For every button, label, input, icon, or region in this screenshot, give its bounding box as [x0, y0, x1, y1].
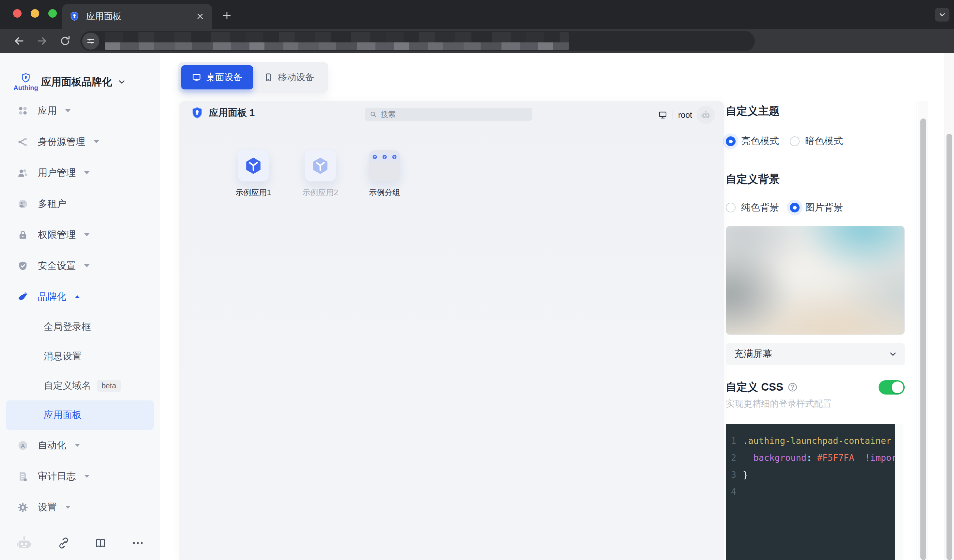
background-option-0[interactable]: 纯色背景 — [726, 201, 790, 214]
radio-checked-icon[interactable] — [790, 203, 800, 212]
branding-settings-panel: 自定义主题 亮色模式暗色模式 自定义背景 纯色背景图片背景 充满屏幕 自定义 C… — [726, 101, 905, 560]
window-scrollbar[interactable] — [945, 53, 954, 560]
tab-favicon-shield-icon — [69, 11, 80, 22]
tab-close-icon[interactable] — [195, 11, 205, 21]
window-scrollbar-thumb[interactable] — [946, 134, 952, 560]
css-code-editor[interactable]: 1.authing-launchpad-container {2 backgro… — [726, 424, 895, 560]
background-image-preview[interactable] — [726, 226, 905, 335]
search-input[interactable] — [380, 110, 528, 119]
robot-icon[interactable] — [16, 535, 33, 552]
radio-label: 暗色模式 — [805, 135, 843, 148]
authing-logo: Authing — [16, 72, 36, 92]
app-label: 示例应用1 — [235, 187, 271, 198]
chevron-down-icon — [938, 11, 946, 19]
sidebar-item-6[interactable]: 品牌化 — [0, 281, 160, 312]
sidebar-item-11[interactable]: A自动化 — [0, 430, 160, 461]
sidebar-subitem-10[interactable]: 应用面板 — [6, 400, 154, 430]
sidebar-item-13[interactable]: 设置 — [0, 492, 160, 523]
launchpad-search-box[interactable] — [365, 108, 532, 121]
app-item[interactable]: 示例应用2 — [298, 150, 343, 198]
sidebar-item-label: 自动化 — [38, 439, 66, 452]
chevron-down-icon — [84, 264, 89, 267]
logo-text: Authing — [13, 84, 38, 92]
radio-checked-icon[interactable] — [726, 137, 736, 146]
back-button[interactable] — [13, 35, 25, 47]
device-tab-label: 桌面设备 — [206, 71, 243, 84]
gear-icon — [17, 502, 29, 513]
line-number: 1 — [726, 432, 743, 450]
custom-css-subtitle: 实现更精细的登录样式配置 — [726, 398, 905, 409]
launchpad-apps: 示例应用1示例应用2示例分组 — [179, 150, 724, 202]
close-window-button[interactable] — [13, 9, 22, 18]
tune-icon[interactable] — [82, 33, 99, 50]
sidebar-item-label: 审计日志 — [38, 470, 76, 483]
chevron-down-icon — [75, 444, 80, 447]
code-line: 2 background: #F5F7FA !important; — [726, 450, 895, 466]
device-tab-1[interactable]: 移动设备 — [253, 65, 325, 89]
sidebar-item-label: 自定义域名 — [44, 379, 91, 392]
help-icon[interactable] — [787, 382, 798, 392]
browser-tab[interactable]: 应用面板 — [62, 4, 212, 29]
sidebar-item-4[interactable]: 权限管理 — [0, 219, 160, 250]
chevron-down-icon — [94, 140, 99, 143]
panel-scrollbar-thumb[interactable] — [920, 118, 926, 560]
chevron-down-icon — [117, 77, 126, 87]
sidebar-subitem-8[interactable]: 消息设置 — [6, 342, 154, 371]
theme-heading: 自定义主题 — [726, 104, 905, 118]
app-item[interactable]: 示例应用1 — [231, 150, 276, 198]
app-group-tile — [369, 150, 400, 182]
url-bar[interactable] — [80, 31, 755, 51]
theme-option-1[interactable]: 暗色模式 — [790, 135, 854, 148]
sidebar-item-2[interactable]: 用户管理 — [0, 157, 160, 188]
background-option-1[interactable]: 图片背景 — [790, 201, 854, 214]
sidebar-item-label: 品牌化 — [38, 291, 66, 303]
code-line: 1.authing-launchpad-container { — [726, 432, 895, 450]
minimize-window-button[interactable] — [31, 9, 39, 18]
reload-button[interactable] — [59, 35, 71, 47]
new-tab-button[interactable] — [221, 10, 232, 21]
phone-icon — [263, 72, 273, 82]
launchpad-preview: 应用面板 1 root 示例应用1示例应用2示例分组 — [179, 101, 724, 560]
sidebar-item-1[interactable]: 身份源管理 — [0, 126, 160, 157]
sidebar-footer — [0, 535, 160, 552]
custom-css-toggle[interactable] — [879, 380, 905, 395]
radio-label: 亮色模式 — [741, 135, 779, 148]
line-number: 3 — [726, 466, 743, 483]
hexagon-cube-icon — [390, 153, 399, 161]
code-line: 3} — [726, 466, 895, 483]
link-icon[interactable] — [58, 537, 70, 549]
avatar[interactable] — [697, 106, 715, 124]
audit-icon — [17, 471, 29, 482]
sidebar-item-label: 应用面板 — [44, 409, 82, 422]
forward-button[interactable] — [36, 35, 48, 47]
zoom-window-button[interactable] — [48, 9, 57, 18]
radio-unchecked-icon[interactable] — [726, 203, 736, 212]
hexagon-cube-icon — [311, 157, 329, 175]
background-fit-select[interactable]: 充满屏幕 — [726, 343, 905, 365]
device-tab-0[interactable]: 桌面设备 — [181, 65, 253, 89]
radio-unchecked-icon[interactable] — [790, 137, 800, 146]
editor-scrollbar[interactable] — [895, 424, 903, 560]
sidebar-item-0[interactable]: 应用 — [0, 95, 160, 126]
theme-option-0[interactable]: 亮色模式 — [726, 135, 790, 148]
workspace-switcher[interactable]: Authing 应用面板品牌化 — [0, 67, 160, 97]
user-name: root — [678, 110, 692, 120]
sidebar-item-label: 消息设置 — [44, 350, 82, 363]
sidebar-subitem-7[interactable]: 全局登录框 — [6, 312, 154, 342]
theme-radio-group: 亮色模式暗色模式 — [726, 135, 905, 148]
sidebar-subitem-9[interactable]: 自定义域名beta — [6, 371, 154, 400]
panel-scrollbar[interactable] — [918, 101, 928, 560]
sidebar-item-label: 身份源管理 — [38, 135, 85, 148]
device-monitor-icon[interactable] — [658, 110, 667, 120]
browser-window: 应用面板 无痕模式 重新启动即可更新 Authing — [0, 0, 954, 560]
sidebar-item-label: 多租户 — [38, 198, 66, 210]
workspace-title: 应用面板品牌化 — [41, 75, 112, 89]
sidebar-item-12[interactable]: 审计日志 — [0, 461, 160, 492]
chevron-down-icon — [65, 506, 70, 509]
tab-search-button[interactable] — [935, 8, 949, 22]
sidebar-item-5[interactable]: 安全设置 — [0, 250, 160, 281]
book-icon[interactable] — [94, 537, 107, 549]
app-group-item[interactable]: 示例分组 — [362, 150, 407, 198]
sidebar-item-3[interactable]: 多租户 — [0, 188, 160, 219]
more-icon[interactable] — [132, 537, 144, 549]
